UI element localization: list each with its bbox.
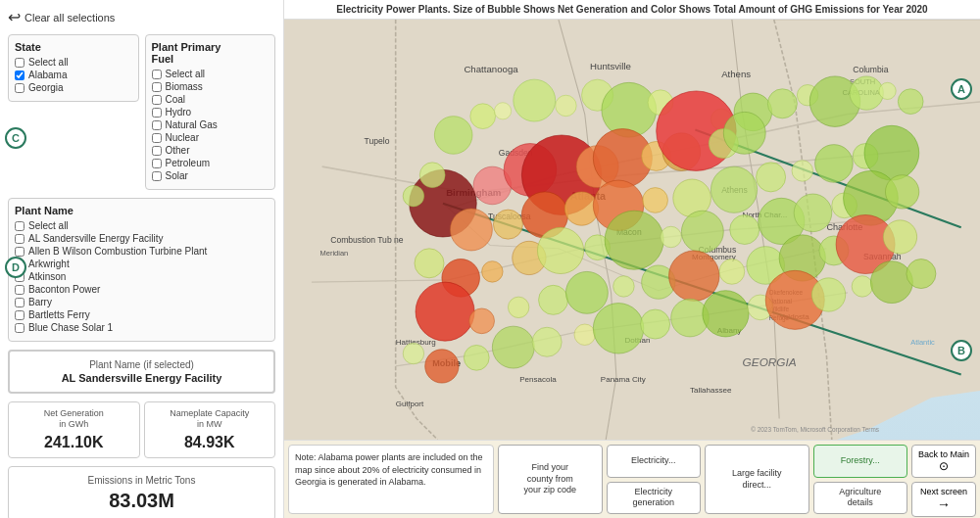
nameplate-label: Nameplate Capacityin MW xyxy=(151,408,270,430)
agriculture-button[interactable]: Agriculturedetails xyxy=(813,482,908,515)
clear-label: Clear all selections xyxy=(24,12,115,24)
svg-point-103 xyxy=(669,251,719,301)
plant-checkbox-5[interactable] xyxy=(15,285,24,295)
map-container[interactable]: Chattanooga Huntsville Athens Columbia S… xyxy=(284,20,980,440)
svg-point-90 xyxy=(730,214,760,244)
plant-checkbox-8[interactable] xyxy=(15,323,24,333)
svg-text:Combustion Tub ne: Combustion Tub ne xyxy=(330,235,404,245)
svg-point-125 xyxy=(906,259,936,289)
svg-point-66 xyxy=(419,163,445,188)
svg-point-75 xyxy=(710,166,757,212)
fuel-option-naturalgas[interactable]: Natural Gas xyxy=(152,119,270,130)
fuel-checkbox-nuclear[interactable] xyxy=(152,133,162,143)
svg-text:Panama City: Panama City xyxy=(601,375,646,384)
fuel-checkbox-naturalgas[interactable] xyxy=(152,120,162,130)
back-to-main-button[interactable]: Back to Main ⊙ xyxy=(911,445,976,478)
plant-option-5[interactable]: Baconton Power xyxy=(15,284,269,295)
state-title: State xyxy=(15,41,132,53)
svg-text:Huntsville: Huntsville xyxy=(590,61,631,71)
zip-code-button[interactable]: Find yourcounty fromyour zip code xyxy=(498,445,603,514)
selected-plant-label: Plant Name (if selected) xyxy=(18,359,266,370)
fuel-filter-section: Plant PrimaryFuel Select all Biomass Coa… xyxy=(145,34,276,190)
svg-point-96 xyxy=(416,282,474,341)
plant-option-6[interactable]: Barry xyxy=(15,297,269,307)
fuel-checkbox-petroleum[interactable] xyxy=(152,159,162,168)
state-checkbox-georgia[interactable] xyxy=(15,83,24,93)
svg-point-83 xyxy=(482,261,503,282)
right-area: Electricity Power Plants. Size of Bubble… xyxy=(284,0,980,518)
next-screen-button[interactable]: Next screen → xyxy=(911,482,976,517)
state-option-alabama[interactable]: Alabama xyxy=(15,70,132,80)
svg-point-76 xyxy=(757,163,786,192)
fuel-option-solar[interactable]: Solar xyxy=(152,170,270,181)
state-filter-section: State Select all Alabama Georgia xyxy=(8,34,139,102)
nav-buttons: Find yourcounty fromyour zip code Electr… xyxy=(498,445,976,514)
emissions-label: Emissions in Metric Tons xyxy=(17,475,267,486)
callout-c: C xyxy=(5,127,26,149)
plant-checkbox-1[interactable] xyxy=(15,234,24,244)
fuel-checkbox-other[interactable] xyxy=(152,146,162,156)
large-facility-button[interactable]: Large facilitydirect... xyxy=(705,445,809,514)
plant-option-7[interactable]: Bartletts Ferry xyxy=(15,309,269,320)
state-checkbox-alabama[interactable] xyxy=(15,71,24,80)
svg-point-81 xyxy=(415,249,444,278)
plant-option-8[interactable]: Blue Chase Solar 1 xyxy=(15,322,269,333)
forestry-button[interactable]: Forestry... xyxy=(813,445,908,478)
svg-point-104 xyxy=(719,259,745,285)
callout-a: A xyxy=(951,78,972,100)
electricity-dots-button[interactable]: Electricity... xyxy=(607,445,702,478)
plant-checkbox-6[interactable] xyxy=(15,298,24,307)
plant-option-4[interactable]: Atkinson xyxy=(15,271,269,282)
svg-point-52 xyxy=(850,76,883,110)
fuel-option-coal[interactable]: Coal xyxy=(152,94,270,105)
svg-point-53 xyxy=(879,82,896,99)
plant-option-2[interactable]: Allen B Wilson Combustion Turbine Plant xyxy=(15,246,269,257)
svg-point-65 xyxy=(723,112,765,154)
clear-selections-button[interactable]: ↩ Clear all selections xyxy=(8,8,275,26)
emissions-value: 83.03M xyxy=(17,490,267,512)
svg-text:GEORGIA: GEORGIA xyxy=(743,355,797,368)
plant-checkbox-2[interactable] xyxy=(15,247,24,257)
bottom-strip: Note: Alabama power plants are included … xyxy=(284,440,980,518)
plant-option-all[interactable]: Select all xyxy=(15,220,269,231)
fuel-option-nuclear[interactable]: Nuclear xyxy=(152,132,270,143)
plant-checkbox-all[interactable] xyxy=(15,221,24,231)
svg-point-85 xyxy=(537,227,583,273)
fuel-checkbox-solar[interactable] xyxy=(152,171,162,181)
state-checkbox-all[interactable] xyxy=(15,58,24,68)
svg-point-123 xyxy=(852,276,872,297)
fuel-option-biomass[interactable]: Biomass xyxy=(152,81,270,92)
plant-name-filter-section: Plant Name Select all AL Sandersville En… xyxy=(8,198,275,342)
fuel-option-hydro[interactable]: Hydro xyxy=(152,107,270,118)
electricity-generation-button[interactable]: Electricitygeneration xyxy=(607,482,702,515)
svg-text:Atlantic: Atlantic xyxy=(910,338,935,347)
fuel-option-other[interactable]: Other xyxy=(152,145,270,156)
svg-text:Pensacola: Pensacola xyxy=(519,375,557,384)
fuel-option-petroleum[interactable]: Petroleum xyxy=(152,158,270,168)
fuel-option-all[interactable]: Select all xyxy=(152,69,270,79)
svg-point-67 xyxy=(403,185,423,206)
svg-point-100 xyxy=(565,271,608,313)
svg-point-39 xyxy=(434,117,472,155)
fuel-checkbox-all[interactable] xyxy=(152,70,162,79)
svg-text:Chattanooga: Chattanooga xyxy=(464,64,518,74)
svg-point-68 xyxy=(450,209,492,251)
svg-point-41 xyxy=(495,103,512,119)
fuel-checkbox-biomass[interactable] xyxy=(152,82,162,92)
svg-point-112 xyxy=(464,345,489,370)
plant-option-3[interactable]: Arkwright xyxy=(15,259,269,269)
svg-text:© 2023 TomTom, Microsoft Corpo: © 2023 TomTom, Microsoft Corporation Ter… xyxy=(751,426,879,434)
fuel-title: Plant PrimaryFuel xyxy=(152,41,270,65)
fuel-checkbox-hydro[interactable] xyxy=(152,108,162,118)
svg-point-98 xyxy=(508,297,528,317)
plant-checkbox-7[interactable] xyxy=(15,310,24,320)
callout-d: D xyxy=(5,257,26,278)
fuel-checkbox-coal[interactable] xyxy=(152,95,162,105)
state-option-georgia[interactable]: Georgia xyxy=(15,82,132,93)
svg-point-114 xyxy=(532,327,562,356)
net-generation-box: Net Generationin GWh 241.10K xyxy=(8,401,140,458)
state-option-all[interactable]: Select all xyxy=(15,57,132,68)
svg-point-95 xyxy=(885,175,918,209)
plant-option-1[interactable]: AL Sandersville Energy Facility xyxy=(15,233,269,244)
selected-plant-value: AL Sandersville Energy Facility xyxy=(18,372,266,384)
